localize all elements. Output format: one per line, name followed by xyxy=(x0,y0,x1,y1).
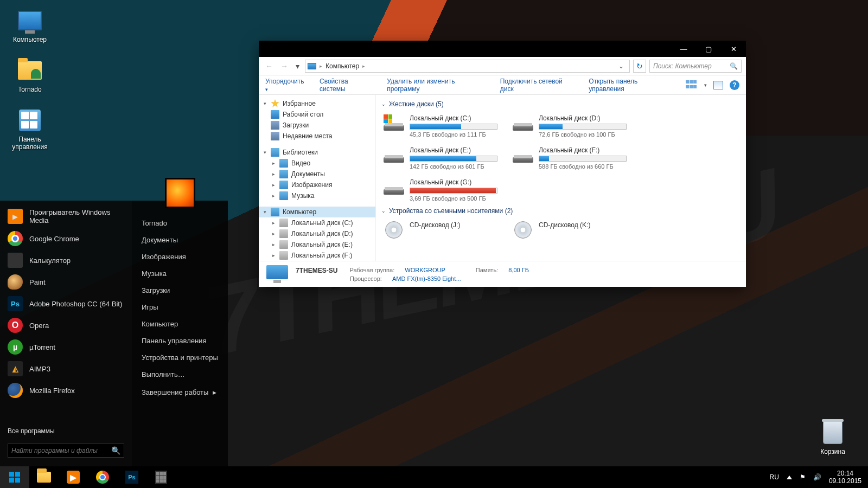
minimize-button[interactable]: — xyxy=(671,41,696,57)
aimp-icon: ◭ xyxy=(8,361,23,376)
search-placeholder: Поиск: Компьютер xyxy=(653,62,712,70)
user-avatar[interactable] xyxy=(165,178,195,208)
start-search[interactable]: 🔍 xyxy=(8,444,124,458)
tray-show-hidden[interactable] xyxy=(787,476,792,479)
tree-recent[interactable]: Недавние места xyxy=(259,131,375,142)
tree-video[interactable]: ▸Видео xyxy=(259,158,375,169)
refresh-button[interactable]: ↻ xyxy=(633,60,646,73)
start-all-programs[interactable]: Все программы xyxy=(0,423,132,439)
taskbar-chrome[interactable] xyxy=(88,466,117,488)
start-app-opera[interactable]: OOpera xyxy=(0,314,132,336)
start-app-paint[interactable]: Paint xyxy=(0,271,132,293)
control-panel-icon xyxy=(19,110,41,131)
start-right-devices[interactable]: Устройства и принтеры xyxy=(132,349,228,366)
tray-flag-icon[interactable]: ⚑ xyxy=(800,473,806,481)
nav-tree: ▾Избранное Рабочий стол Загрузки Недавни… xyxy=(259,95,376,261)
monitor-icon xyxy=(18,11,42,30)
start-app-wmp[interactable]: ▶Проигрыватель Windows Media xyxy=(0,205,132,228)
desktop-icon-control-panel[interactable]: Панель управления xyxy=(5,107,54,151)
drive-item[interactable]: Локальный диск (E:)142 ГБ свободно из 60… xyxy=(381,144,500,172)
titlebar[interactable]: — ▢ ✕ xyxy=(259,41,746,57)
desktop-icon-recycle-bin[interactable]: Корзина xyxy=(808,420,857,455)
close-button[interactable]: ✕ xyxy=(721,41,746,57)
tray-clock[interactable]: 20:14 09.10.2015 xyxy=(829,470,861,485)
drive-name: CD-дисковод (J:) xyxy=(410,221,497,229)
toolbar-opencp[interactable]: Открыть панель управления xyxy=(589,78,674,93)
start-right-documents[interactable]: Документы xyxy=(132,232,228,248)
address-bar[interactable]: ▸ Компьютер ▸ ⌄ xyxy=(305,60,630,73)
start-right-control-panel[interactable]: Панель управления xyxy=(132,332,228,349)
nav-up[interactable]: ▾ xyxy=(293,62,302,70)
explorer-window: — ▢ ✕ ← → ▾ ▸ Компьютер ▸ ⌄ ↻ Поиск: Ком… xyxy=(259,41,746,287)
address-dropdown[interactable]: ⌄ xyxy=(615,62,627,70)
desktop-icon-label: Компьютер xyxy=(5,36,54,43)
start-right-downloads[interactable]: Загрузки xyxy=(132,282,228,299)
cd-icon xyxy=(384,221,404,237)
start-right-computer[interactable]: Компьютер xyxy=(132,316,228,332)
taskbar-explorer[interactable] xyxy=(29,466,59,488)
chevron-down-icon[interactable]: ▾ xyxy=(704,82,707,88)
start-right-pictures[interactable]: Изображения xyxy=(132,248,228,265)
group-hdd[interactable]: ⌄Жесткие диски (5) xyxy=(381,97,741,112)
search-box[interactable]: Поиск: Компьютер 🔍 xyxy=(649,60,742,73)
tray-lang[interactable]: RU xyxy=(770,473,779,481)
optical-drive-item[interactable]: CD-дисковод (K:) xyxy=(510,219,629,240)
drive-name: Локальный диск (E:) xyxy=(410,146,497,154)
taskbar-calc[interactable] xyxy=(146,466,176,488)
tree-drive-d[interactable]: ▸Локальный диск (D:) xyxy=(259,228,375,239)
start-app-photoshop[interactable]: PsAdobe Photoshop CC (64 Bit) xyxy=(0,293,132,314)
start-app-label: Google Chrome xyxy=(29,235,79,243)
maximize-button[interactable]: ▢ xyxy=(696,41,721,57)
tree-drive-f[interactable]: ▸Локальный диск (F:) xyxy=(259,250,375,261)
tree-music[interactable]: ▸Музыка xyxy=(259,190,375,201)
drive-item[interactable]: Локальный диск (F:)588 ГБ свободно из 66… xyxy=(510,144,629,172)
start-app-aimp[interactable]: ◭AIMP3 xyxy=(0,358,132,380)
pictures-icon xyxy=(279,181,288,189)
tree-drive-e[interactable]: ▸Локальный диск (E:) xyxy=(259,239,375,250)
drive-item[interactable]: Локальный диск (C:)45,3 ГБ свободно из 1… xyxy=(381,112,500,140)
start-right-run[interactable]: Выполнить… xyxy=(132,366,228,383)
view-options[interactable] xyxy=(686,80,698,90)
drive-free: 72,6 ГБ свободно из 100 ГБ xyxy=(539,131,627,138)
tray-volume-icon[interactable]: 🔊 xyxy=(813,473,821,481)
tree-computer[interactable]: ▾Компьютер xyxy=(259,207,375,217)
tree-desktop[interactable]: Рабочий стол xyxy=(259,109,375,120)
start-app-chrome[interactable]: Google Chrome xyxy=(0,228,132,249)
taskbar-photoshop[interactable]: Ps xyxy=(117,466,146,488)
start-app-calc[interactable]: Калькулятор xyxy=(0,249,132,271)
start-right-games[interactable]: Игры xyxy=(132,299,228,316)
tree-downloads[interactable]: Загрузки xyxy=(259,120,375,131)
paint-icon xyxy=(8,274,23,290)
tray-time: 20:14 xyxy=(829,470,861,477)
start-app-firefox[interactable]: Mozilla Firefox xyxy=(0,380,132,401)
drive-name: Локальный диск (D:) xyxy=(539,114,627,122)
tree-libraries[interactable]: ▾Библиотеки xyxy=(259,147,375,158)
status-wg-label: Рабочая группа: xyxy=(349,267,394,274)
toolbar-mapdrive[interactable]: Подключить сетевой диск xyxy=(500,78,577,93)
toolbar-sysprops[interactable]: Свойства системы xyxy=(320,78,375,93)
start-right-user[interactable]: Tornado xyxy=(132,215,228,232)
tree-drive-c[interactable]: ▸Локальный диск (C:) xyxy=(259,217,375,228)
start-shutdown[interactable]: Завершение работы▶ xyxy=(132,383,228,402)
preview-pane-button[interactable] xyxy=(713,81,723,89)
tree-favorites[interactable]: ▾Избранное xyxy=(259,98,375,109)
tree-pictures[interactable]: ▸Изображения xyxy=(259,179,375,190)
drive-item[interactable]: Локальный диск (D:)72,6 ГБ свободно из 1… xyxy=(510,112,629,140)
help-button[interactable]: ? xyxy=(730,80,739,90)
start-app-utorrent[interactable]: µµTorrent xyxy=(0,336,132,358)
tree-documents[interactable]: ▸Документы xyxy=(259,169,375,179)
group-removable[interactable]: ⌄Устройства со съемными носителями (2) xyxy=(381,204,741,219)
start-button[interactable] xyxy=(0,466,29,488)
desktop-icon-tornado[interactable]: Tornado xyxy=(5,57,54,93)
desktop-icon-computer[interactable]: Компьютер xyxy=(5,8,54,43)
breadcrumb[interactable]: Компьютер xyxy=(326,62,359,70)
optical-drive-item[interactable]: CD-дисковод (J:) xyxy=(381,219,500,240)
toolbar-uninstall[interactable]: Удалить или изменить программу xyxy=(387,78,488,93)
start-right-music[interactable]: Музыка xyxy=(132,265,228,282)
status-mem-label: Память: xyxy=(476,267,498,274)
start-search-input[interactable] xyxy=(11,447,111,454)
toolbar-organize[interactable]: Упорядочить xyxy=(265,78,308,93)
drive-item[interactable]: Локальный диск (G:)3,69 ГБ свободно из 5… xyxy=(381,176,500,204)
taskbar-wmp[interactable]: ▶ xyxy=(59,466,88,488)
opera-icon: O xyxy=(8,318,23,333)
